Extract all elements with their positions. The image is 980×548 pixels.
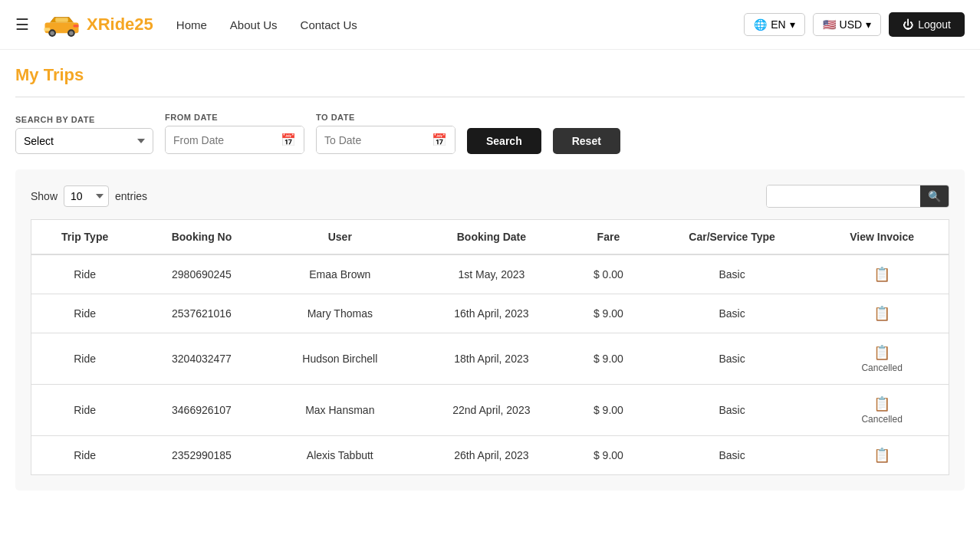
logout-button[interactable]: ⏻ Logout: [889, 12, 965, 37]
cell-user: Emaa Brown: [265, 254, 415, 294]
table-search-icon-button[interactable]: 🔍: [920, 185, 949, 207]
cell-car-service: Basic: [649, 333, 815, 385]
table-search-input[interactable]: [767, 185, 920, 207]
cell-user: Hudson Birchell: [265, 333, 415, 385]
cell-booking-no: 2537621016: [138, 294, 265, 333]
cell-booking-no: 2352990185: [138, 436, 265, 475]
invoice-icon[interactable]: 📋: [873, 395, 890, 412]
header: ☰ XRide25 Home About Us Contact Us 🌐 EN …: [0, 0, 980, 50]
from-date-input[interactable]: [166, 128, 273, 153]
cell-booking-date: 18th April, 2023: [415, 333, 568, 385]
cell-fare: $ 9.00: [568, 294, 649, 333]
table-row: Ride 2352990185 Alexis Tabbutt 26th Apri…: [31, 436, 949, 475]
nav-about[interactable]: About Us: [230, 18, 278, 31]
cell-trip-type: Ride: [31, 436, 139, 475]
invoice-icon[interactable]: 📋: [873, 344, 890, 361]
svg-point-2: [50, 31, 54, 35]
nav-contact[interactable]: Contact Us: [301, 18, 357, 31]
svg-point-4: [69, 31, 74, 35]
col-fare: Fare: [568, 220, 649, 255]
cell-invoice: 📋: [815, 254, 949, 294]
to-date-input-wrap: 📅: [316, 126, 455, 154]
col-car-service: Car/Service Type: [649, 220, 815, 255]
filter-bar: SEARCH BY DATE Select FROM DATE 📅 TO DAT…: [15, 113, 965, 154]
cell-invoice: 📋Cancelled: [815, 385, 949, 436]
invoice-icon[interactable]: 📋: [873, 306, 890, 321]
table-row: Ride 2537621016 Mary Thomas 16th April, …: [31, 294, 949, 333]
cell-user: Alexis Tabbutt: [265, 436, 415, 475]
logout-label: Logout: [918, 18, 951, 31]
cell-car-service: Basic: [649, 385, 815, 436]
from-date-calendar-icon[interactable]: 📅: [273, 126, 304, 153]
show-label: Show: [31, 190, 58, 202]
page-content: My Trips SEARCH BY DATE Select FROM DATE…: [0, 50, 980, 506]
cell-car-service: Basic: [649, 294, 815, 333]
hamburger-icon[interactable]: ☰: [15, 15, 29, 34]
entries-select[interactable]: 10 25 50 100: [64, 185, 109, 207]
power-icon: ⏻: [903, 18, 913, 31]
cell-booking-date: 1st May, 2023: [415, 254, 568, 294]
reset-button[interactable]: Reset: [553, 128, 620, 154]
cancelled-label: Cancelled: [861, 414, 902, 425]
search-button[interactable]: Search: [467, 128, 541, 154]
main-nav: Home About Us Contact Us: [176, 18, 744, 31]
cell-invoice: 📋: [815, 436, 949, 475]
table-search-box: 🔍: [766, 185, 949, 208]
currency-label: USD: [840, 18, 863, 31]
search-by-date-select[interactable]: Select: [15, 128, 153, 154]
table-controls: Show 10 25 50 100 entries 🔍: [31, 185, 949, 208]
search-by-date-label: SEARCH BY DATE: [15, 115, 153, 124]
cell-invoice: 📋: [815, 294, 949, 333]
cell-user: Mary Thomas: [265, 294, 415, 333]
from-date-label: FROM DATE: [165, 113, 304, 122]
cell-fare: $ 0.00: [568, 254, 649, 294]
flag-icon: 🇺🇸: [823, 18, 836, 31]
cell-trip-type: Ride: [31, 333, 139, 385]
cell-trip-type: Ride: [31, 254, 139, 294]
from-date-input-wrap: 📅: [165, 126, 304, 154]
cell-fare: $ 9.00: [568, 436, 649, 475]
cell-trip-type: Ride: [31, 294, 139, 333]
table-row: Ride 3466926107 Max Hansman 22nd April, …: [31, 385, 949, 436]
search-by-date-group: SEARCH BY DATE Select: [15, 115, 153, 154]
col-user: User: [265, 220, 415, 255]
language-button[interactable]: 🌐 EN ▾: [744, 13, 804, 36]
show-entries: Show 10 25 50 100 entries: [31, 185, 147, 207]
globe-icon: 🌐: [754, 18, 767, 31]
to-date-calendar-icon[interactable]: 📅: [424, 126, 455, 153]
divider: [15, 97, 965, 97]
invoice-icon[interactable]: 📋: [873, 267, 890, 282]
nav-home[interactable]: Home: [176, 18, 207, 31]
entries-label: entries: [115, 190, 147, 202]
currency-chevron-icon: ▾: [866, 18, 871, 31]
table-section: Show 10 25 50 100 entries 🔍 Trip Type Bo…: [15, 169, 965, 491]
language-label: EN: [771, 18, 785, 31]
to-date-label: TO DATE: [316, 113, 455, 122]
col-trip-type: Trip Type: [31, 220, 139, 255]
svg-rect-7: [74, 25, 79, 27]
language-chevron-icon: ▾: [790, 18, 795, 31]
data-table: Trip Type Booking No User Booking Date F…: [31, 219, 949, 475]
header-actions: 🌐 EN ▾ 🇺🇸 USD ▾ ⏻ Logout: [744, 12, 965, 37]
col-booking-date: Booking Date: [415, 220, 568, 255]
table-header-row: Trip Type Booking No User Booking Date F…: [31, 220, 949, 255]
col-booking-no: Booking No: [138, 220, 265, 255]
cancelled-label: Cancelled: [861, 363, 902, 373]
cell-fare: $ 9.00: [568, 385, 649, 436]
cell-booking-date: 22nd April, 2023: [415, 385, 568, 436]
cell-car-service: Basic: [649, 436, 815, 475]
invoice-icon[interactable]: 📋: [873, 448, 890, 463]
logo-car-icon: [41, 11, 83, 38]
logo-text: XRide25: [87, 15, 153, 34]
to-date-input[interactable]: [317, 128, 424, 153]
svg-rect-6: [44, 28, 50, 31]
cell-fare: $ 9.00: [568, 333, 649, 385]
table-row: Ride 2980690245 Emaa Brown 1st May, 2023…: [31, 254, 949, 294]
cell-invoice: 📋Cancelled: [815, 333, 949, 385]
table-row: Ride 3204032477 Hudson Birchell 18th Apr…: [31, 333, 949, 385]
col-view-invoice: View Invoice: [815, 220, 949, 255]
logo[interactable]: XRide25: [41, 11, 153, 38]
currency-button[interactable]: 🇺🇸 USD ▾: [813, 13, 882, 36]
cell-car-service: Basic: [649, 254, 815, 294]
cell-booking-no: 3466926107: [138, 385, 265, 436]
